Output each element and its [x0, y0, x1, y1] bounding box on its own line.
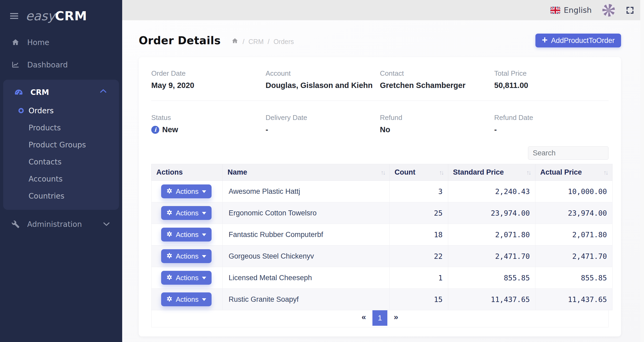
- fullscreen-icon[interactable]: [626, 6, 634, 15]
- sidebar-item-accounts[interactable]: Accounts: [3, 170, 119, 187]
- status-badge: New: [162, 125, 178, 134]
- field-label: Contact: [380, 69, 494, 78]
- sidebar-item-label: Dashboard: [27, 61, 68, 69]
- dashboard-icon: [11, 61, 20, 69]
- table-row: Actions Ergonomic Cotton Towelsro 25 23,…: [152, 202, 613, 224]
- field-contact: Contact Gretchen Schamberger: [380, 69, 494, 90]
- column-header-standard-price[interactable]: Standard Price↑↓: [448, 164, 535, 181]
- product-actual-price: 23,974.00: [535, 202, 613, 224]
- field-value: -: [494, 125, 609, 134]
- product-standard-price: 11,437.65: [448, 289, 535, 310]
- gear-icon: [166, 187, 172, 196]
- caret-down-icon: [202, 277, 206, 279]
- sidebar-nav: Home Dashboard: [0, 34, 122, 232]
- breadcrumb-home-icon[interactable]: [231, 37, 238, 46]
- field-label: Status: [151, 114, 266, 122]
- app-logo: easyCRM: [26, 10, 87, 22]
- field-total-price: Total Price 50,811.00: [494, 69, 609, 90]
- sidebar-item-administration[interactable]: Administration: [0, 216, 122, 232]
- order-info-row-1: Order Date May 9, 2020 Account Douglas, …: [151, 69, 609, 90]
- breadcrumb-item-orders[interactable]: Orders: [273, 38, 294, 46]
- column-header-name[interactable]: Name↑↓: [223, 164, 390, 181]
- product-name: Gorgeous Steel Chickenyv: [223, 246, 390, 267]
- sidebar-item-label: Home: [27, 38, 49, 47]
- breadcrumb: / CRM / Orders: [231, 37, 294, 46]
- row-actions-button[interactable]: Actions: [161, 292, 212, 306]
- product-name: Awesome Plastic Hattj: [223, 181, 390, 202]
- field-label: Refund: [380, 114, 494, 122]
- gear-icon: [166, 231, 172, 239]
- sidebar-item-label: Accounts: [29, 175, 63, 183]
- actions-button-label: Actions: [176, 252, 198, 260]
- order-info-row-2: Status i New Delivery Date - Refund No: [151, 114, 609, 134]
- field-delivery-date: Delivery Date -: [266, 114, 380, 134]
- field-order-date: Order Date May 9, 2020: [151, 69, 266, 90]
- table-row: Actions Gorgeous Steel Chickenyv 22 2,47…: [152, 246, 613, 267]
- logo-crm: CRM: [55, 9, 87, 23]
- avatar[interactable]: [602, 4, 615, 17]
- app-root: easyCRM Home Dashboard: [0, 0, 644, 342]
- gauge-icon: [14, 88, 23, 97]
- home-icon: [11, 38, 20, 47]
- sort-icon: ↑↓: [526, 169, 530, 176]
- column-header-actual-price[interactable]: Actual Price↑↓: [535, 164, 613, 181]
- row-actions-button[interactable]: Actions: [161, 228, 212, 242]
- sidebar-item-home[interactable]: Home: [0, 34, 122, 50]
- breadcrumb-item-crm[interactable]: CRM: [248, 38, 264, 46]
- row-actions-button[interactable]: Actions: [161, 271, 212, 285]
- field-value: 50,811.00: [494, 81, 609, 90]
- sidebar-item-products[interactable]: Products: [3, 119, 119, 136]
- sidebar-item-label: Products: [29, 123, 61, 132]
- scrollbar-track[interactable]: [640, 0, 644, 342]
- product-name: Licensed Metal Cheeseph: [223, 267, 390, 289]
- field-label: Order Date: [151, 69, 266, 78]
- actions-button-label: Actions: [176, 274, 198, 282]
- product-actual-price: 11,437.65: [535, 289, 613, 310]
- table-row: Actions Awesome Plastic Hattj 3 2,240.43…: [152, 181, 613, 202]
- active-bullet-icon: [18, 108, 24, 113]
- add-product-to-order-button[interactable]: + AddProductToOrder: [535, 34, 621, 47]
- pagination-page-1[interactable]: 1: [372, 310, 387, 326]
- language-selector[interactable]: English: [550, 6, 592, 15]
- field-label: Account: [266, 69, 380, 78]
- menu-toggle-icon[interactable]: [10, 13, 18, 20]
- search-input[interactable]: [528, 146, 609, 160]
- column-header-count[interactable]: Count↑↓: [390, 164, 448, 181]
- gear-icon: [166, 252, 172, 260]
- sidebar-item-label: Countries: [29, 192, 64, 200]
- main-area: English Order Details / CRM: [122, 0, 644, 342]
- caret-down-icon: [202, 298, 206, 301]
- sidebar-item-crm[interactable]: CRM: [3, 80, 119, 102]
- product-count: 25: [390, 202, 448, 224]
- sidebar-item-product-groups[interactable]: Product Groups: [3, 136, 119, 153]
- divider: [151, 100, 609, 101]
- row-actions-button[interactable]: Actions: [161, 206, 212, 220]
- sort-icon: ↑↓: [603, 169, 607, 176]
- pagination-prev[interactable]: «: [355, 310, 372, 321]
- add-button-label: AddProductToOrder: [551, 37, 615, 45]
- sidebar-item-orders[interactable]: Orders: [3, 102, 119, 119]
- language-label: English: [564, 6, 592, 15]
- sidebar-item-label: Orders: [29, 106, 54, 115]
- topbar: English: [122, 0, 644, 20]
- field-value: No: [380, 125, 494, 134]
- sidebar-item-countries[interactable]: Countries: [3, 187, 119, 204]
- sidebar-item-contacts[interactable]: Contacts: [3, 153, 119, 170]
- product-count: 3: [390, 181, 448, 202]
- search-row: [151, 146, 609, 160]
- breadcrumb-separator: /: [243, 38, 244, 46]
- field-label: Total Price: [494, 69, 609, 78]
- table-row: Actions Licensed Metal Cheeseph 1 855.85…: [152, 267, 613, 289]
- info-icon[interactable]: i: [151, 126, 159, 134]
- products-table: Actions Name↑↓ Count↑↓ Standard Price↑↓ …: [151, 164, 613, 310]
- row-actions-button[interactable]: Actions: [161, 249, 212, 263]
- row-actions-button[interactable]: Actions: [161, 184, 212, 198]
- field-account: Account Douglas, Gislason and Kiehn: [266, 69, 380, 90]
- breadcrumb-separator: /: [268, 38, 269, 46]
- field-refund: Refund No: [380, 114, 494, 134]
- pagination-next[interactable]: »: [387, 310, 405, 321]
- uk-flag-icon: [550, 7, 560, 14]
- field-value: Douglas, Gislason and Kiehn: [266, 81, 380, 90]
- product-count: 1: [390, 267, 448, 289]
- sidebar-item-dashboard[interactable]: Dashboard: [0, 57, 122, 73]
